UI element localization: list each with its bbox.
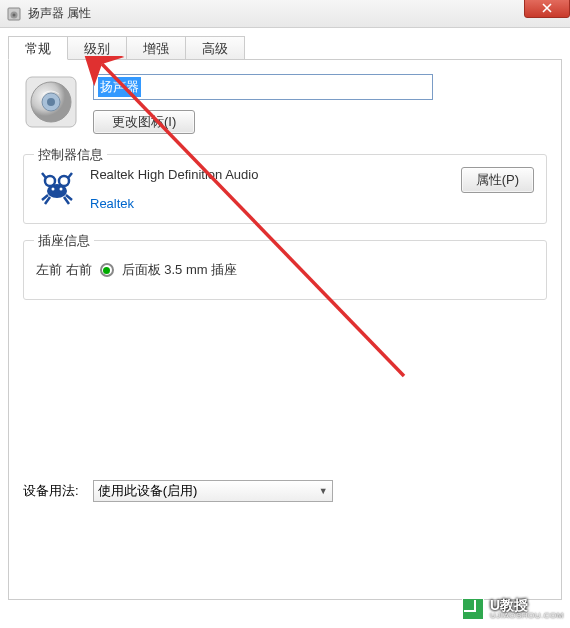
window-title: 扬声器 属性 xyxy=(28,5,91,22)
device-usage-value: 使用此设备(启用) xyxy=(98,482,198,500)
jack-legend: 插座信息 xyxy=(34,232,94,250)
device-name-input[interactable]: 扬声器 xyxy=(93,74,433,100)
close-icon xyxy=(542,3,552,13)
svg-point-6 xyxy=(47,98,55,106)
tab-advanced[interactable]: 高级 xyxy=(185,36,245,59)
watermark-main: U教授 xyxy=(490,598,564,612)
controller-fieldset: 控制器信息 Realtek High Definition Audio Real… xyxy=(23,154,547,224)
svg-point-10 xyxy=(52,188,55,191)
jack-description: 后面板 3.5 mm 插座 xyxy=(122,261,238,279)
jack-fieldset: 插座信息 左前 右前 后面板 3.5 mm 插座 xyxy=(23,240,547,300)
svg-point-2 xyxy=(13,13,16,16)
jack-color-icon xyxy=(100,263,114,277)
titlebar: 扬声器 属性 xyxy=(0,0,570,28)
watermark: U教授 UJIAOSHOU.COM xyxy=(462,598,564,620)
svg-point-11 xyxy=(60,188,63,191)
controller-vendor: Realtek xyxy=(90,196,449,211)
tab-strip: 常规 级别 增强 高级 xyxy=(8,36,562,60)
controller-properties-button[interactable]: 属性(P) xyxy=(461,167,534,193)
jack-position: 左前 右前 xyxy=(36,261,92,279)
speaker-small-icon xyxy=(6,6,22,22)
change-icon-button[interactable]: 更改图标(I) xyxy=(93,110,195,134)
chevron-down-icon: ▼ xyxy=(319,486,328,496)
device-usage-select[interactable]: 使用此设备(启用) ▼ xyxy=(93,480,333,502)
tab-panel-general: 扬声器 更改图标(I) 控制器信息 Realtek High Definit xyxy=(8,60,562,600)
close-button[interactable] xyxy=(524,0,570,18)
watermark-logo-icon xyxy=(462,598,484,620)
device-usage-label: 设备用法: xyxy=(23,482,79,500)
controller-name: Realtek High Definition Audio xyxy=(90,167,449,182)
device-name-value: 扬声器 xyxy=(98,77,141,97)
controller-legend: 控制器信息 xyxy=(34,146,107,164)
device-large-icon xyxy=(23,74,79,130)
tab-levels[interactable]: 级别 xyxy=(67,36,127,59)
tab-enhance[interactable]: 增强 xyxy=(126,36,186,59)
watermark-sub: UJIAOSHOU.COM xyxy=(490,612,564,620)
realtek-crab-icon xyxy=(36,167,78,209)
tab-general[interactable]: 常规 xyxy=(8,36,68,60)
